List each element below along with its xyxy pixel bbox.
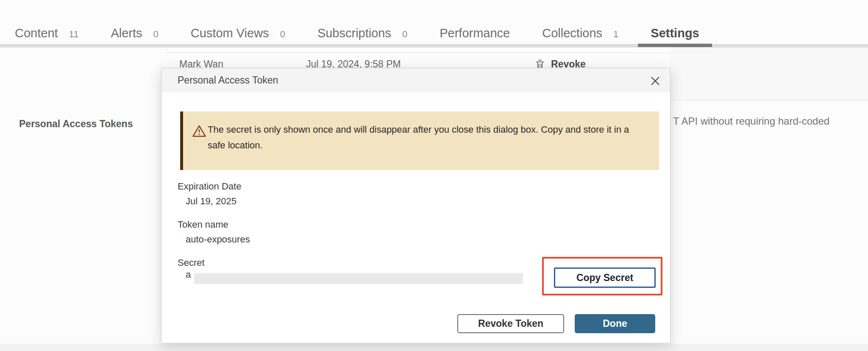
- tab-settings[interactable]: Settings: [651, 26, 699, 40]
- tab-underline-track: [0, 44, 868, 47]
- tab-count: 11: [69, 29, 79, 40]
- tab-content[interactable]: Content 11: [15, 26, 78, 40]
- secret-warning-banner: The secret is only shown once and will d…: [180, 111, 659, 170]
- expiration-date-value: Jul 19, 2025: [186, 196, 236, 207]
- dialog-title: Personal Access Token: [178, 75, 278, 86]
- active-tab-underline: [638, 44, 712, 47]
- tab-subscriptions[interactable]: Subscriptions 0: [317, 26, 407, 40]
- tab-count: 0: [153, 29, 159, 40]
- x-icon: [649, 75, 661, 87]
- token-name-value: auto-exposures: [186, 234, 250, 245]
- tab-count: 0: [402, 29, 407, 40]
- secret-redacted-bar: [194, 273, 523, 284]
- copy-secret-button[interactable]: Copy Secret: [554, 267, 656, 288]
- personal-access-token-dialog: Personal Access Token The secret is only…: [161, 68, 670, 343]
- section-description-fragment: T API without requiring hard-coded: [673, 115, 829, 127]
- secret-value-fragment: a: [186, 269, 191, 280]
- tab-custom-views[interactable]: Custom Views 0: [191, 26, 285, 40]
- done-button[interactable]: Done: [575, 314, 655, 333]
- section-label: Personal Access Tokens: [19, 118, 133, 130]
- dialog-header: Personal Access Token: [161, 68, 670, 92]
- secret-label: Secret: [178, 257, 205, 268]
- settings-page: Mark Wan Jul 19, 2024, 9:58 PM Revoke Co…: [0, 0, 868, 351]
- table-divider: [165, 53, 672, 53]
- warning-message: The secret is only shown once and will d…: [208, 122, 632, 153]
- page-bottom-band: [0, 344, 868, 351]
- token-name-label: Token name: [178, 219, 228, 230]
- warning-triangle-icon: [192, 125, 206, 138]
- tab-count: 0: [280, 29, 285, 40]
- tab-count: 1: [613, 29, 618, 40]
- tab-performance[interactable]: Performance: [440, 26, 510, 40]
- section-divider: [671, 100, 868, 100]
- tab-collections[interactable]: Collections 1: [542, 26, 618, 40]
- profile-tab-bar: Content 11 Alerts 0 Custom Views 0 Subsc…: [15, 26, 699, 40]
- tab-alerts[interactable]: Alerts 0: [111, 26, 158, 40]
- close-button[interactable]: [648, 74, 662, 88]
- right-panel-background: [671, 47, 868, 100]
- expiration-date-label: Expiration Date: [178, 181, 241, 192]
- revoke-token-button[interactable]: Revoke Token: [457, 314, 564, 333]
